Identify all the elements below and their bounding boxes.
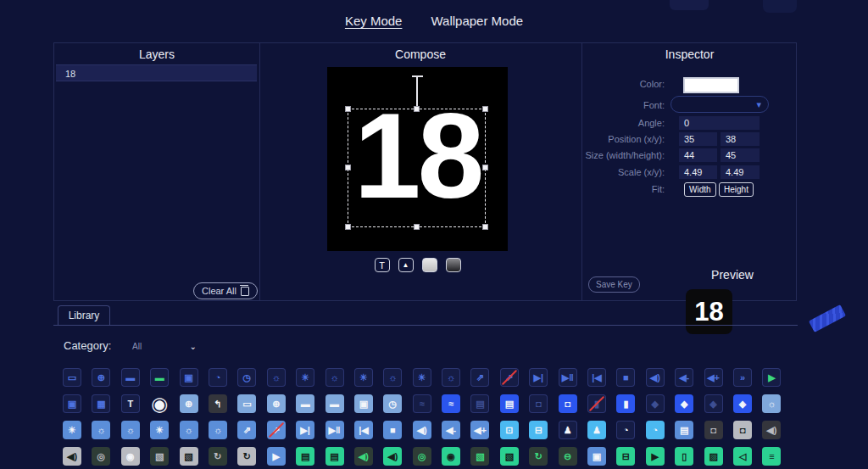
resize-handle-sw[interactable]	[345, 224, 351, 230]
record-icon[interactable]: ◉	[442, 447, 460, 466]
position-y-input[interactable]: 38	[721, 132, 760, 146]
gauge-icon[interactable]: ◔	[646, 421, 665, 439]
camera-icon[interactable]: ◘	[559, 394, 577, 413]
brightness-icon[interactable]: ☀	[63, 421, 81, 439]
stopwatch-icon[interactable]: ◷	[383, 394, 402, 413]
brightness-high-icon[interactable]: ☀	[296, 368, 314, 387]
brightness-icon[interactable]: ☼	[442, 368, 460, 387]
camera-box-icon[interactable]: ◘	[733, 421, 752, 439]
loop-icon[interactable]: ↻	[529, 447, 548, 466]
skip-back-icon[interactable]: |◀	[354, 421, 373, 439]
brightness-icon[interactable]: ☀	[150, 421, 169, 439]
battery-charging-icon[interactable]: ▬	[150, 368, 169, 387]
toolbox-icon[interactable]: ▤	[296, 447, 314, 466]
camera-icon[interactable]: ◘	[529, 394, 548, 413]
loop-icon[interactable]: ↻	[237, 447, 256, 466]
volume-down-icon[interactable]: ◀-	[442, 421, 460, 439]
font-select[interactable]: ▾	[670, 96, 769, 113]
add-text-button[interactable]: T	[375, 258, 390, 272]
layers-icon[interactable]: ▦	[92, 394, 110, 413]
play-logo-icon[interactable]: ◉	[150, 394, 169, 413]
save-key-button[interactable]: Save Key	[588, 276, 640, 293]
chat-message-icon[interactable]: ⊟	[529, 421, 548, 439]
scale-y-input[interactable]: 4.49	[721, 165, 760, 179]
text-icon[interactable]: T	[121, 394, 140, 413]
record-icon[interactable]: ◎	[413, 447, 431, 466]
stop-frame-icon[interactable]: ▣	[587, 447, 606, 466]
globe-icon[interactable]: ⊕	[92, 368, 110, 387]
cassette-icon[interactable]: ▤	[675, 421, 693, 439]
speaker-icon[interactable]: ◀)	[354, 447, 373, 466]
stopwatch-icon[interactable]: ◷	[237, 368, 256, 387]
resize-handle-w[interactable]	[345, 165, 351, 170]
picture-in-picture-icon[interactable]: ▣	[63, 394, 81, 413]
volume-down-icon[interactable]: ◀-	[675, 368, 693, 387]
brightness-icon[interactable]: ☀	[354, 368, 373, 387]
stop-icon[interactable]: ■	[616, 368, 635, 387]
chat-message-icon[interactable]: ⊟	[616, 447, 635, 466]
scale-x-input[interactable]: 4.49	[679, 165, 717, 179]
skip-forward-icon[interactable]: ▶|	[529, 368, 548, 387]
hex-cross-icon[interactable]: ◈	[733, 394, 752, 413]
hex-badge-icon[interactable]: ◆	[646, 394, 665, 413]
speaker-icon[interactable]: ◀)	[63, 447, 81, 466]
clapperboard-icon[interactable]: ▧	[500, 447, 519, 466]
globe-icon[interactable]: ⊕	[180, 394, 198, 413]
volume-up-icon[interactable]: ◀+	[470, 421, 489, 439]
person-icon[interactable]: ♟	[559, 421, 577, 439]
add-image-button[interactable]: ▲	[398, 258, 414, 272]
robot-icon[interactable]: ▣	[180, 368, 198, 387]
tab-key-mode[interactable]: Key Mode	[345, 14, 403, 30]
clear-all-button[interactable]: Clear All	[193, 282, 258, 299]
resize-handle-e[interactable]	[482, 165, 488, 170]
battery-icon[interactable]: ▬	[121, 368, 140, 387]
brightness-icon[interactable]: ☼	[180, 421, 198, 439]
globe-icon[interactable]: ⊕	[267, 394, 286, 413]
resize-handle-n[interactable]	[414, 106, 420, 112]
resize-handle-nw[interactable]	[345, 106, 351, 112]
rocket-icon[interactable]: ⇗	[470, 368, 489, 387]
gauge-icon[interactable]: ◔	[616, 421, 635, 439]
volume-icon[interactable]: ◀)	[646, 368, 665, 387]
volume-icon[interactable]: ◀)	[413, 421, 431, 439]
play-frame-icon[interactable]: ▶	[646, 447, 665, 466]
brightness-icon[interactable]: ☼	[762, 394, 781, 413]
selection-box[interactable]	[348, 109, 486, 227]
fast-forward-icon[interactable]: »	[733, 368, 752, 387]
toolbox-icon[interactable]: ▤	[326, 447, 344, 466]
skip-back-icon[interactable]: |◀	[587, 368, 606, 387]
speaker-icon[interactable]: ◀)	[762, 421, 781, 439]
compose-canvas[interactable]: 18	[327, 67, 508, 251]
rocket-icon[interactable]: ⇗	[237, 421, 256, 439]
rocket-disabled-icon[interactable]: ⇗	[500, 368, 519, 387]
bomb-timer-icon[interactable]: ◔	[209, 368, 227, 387]
swoosh-icon[interactable]: ≈	[442, 394, 460, 413]
tab-library[interactable]: Library	[58, 305, 110, 325]
clapperboard-icon[interactable]: ▧	[180, 447, 198, 466]
record-icon[interactable]: ◎	[92, 447, 110, 466]
resize-handle-se[interactable]	[482, 224, 488, 230]
document-icon[interactable]: ▯	[675, 447, 693, 466]
mic-icon[interactable]: ▮	[616, 394, 635, 413]
swoosh-icon[interactable]: ≈	[413, 394, 431, 413]
rotation-handle-stem[interactable]	[416, 77, 418, 109]
position-x-input[interactable]: 35	[679, 132, 717, 146]
clapperboard-icon[interactable]: ▧	[150, 447, 169, 466]
brightness-icon[interactable]: ☼	[383, 368, 402, 387]
brightness-icon[interactable]: ☼	[209, 421, 227, 439]
toolbox-icon[interactable]: ▤	[500, 394, 519, 413]
speaker-icon[interactable]: ◀)	[383, 447, 402, 466]
dark-key-style-button[interactable]	[446, 258, 461, 272]
rotation-handle-cap[interactable]	[412, 75, 423, 77]
image-icon[interactable]: ▨	[704, 447, 723, 466]
chat-icon[interactable]: ⊡	[500, 421, 519, 439]
brightness-icon[interactable]: ☼	[326, 368, 344, 387]
loop-icon[interactable]: ↻	[209, 447, 227, 466]
resize-handle-s[interactable]	[414, 224, 420, 230]
skip-forward-icon[interactable]: ▶|	[296, 421, 314, 439]
stop-icon[interactable]: ■	[383, 421, 402, 439]
color-swatch[interactable]	[683, 77, 739, 93]
mic-muted-icon[interactable]: ▮	[587, 394, 606, 413]
play-pause-icon[interactable]: ▶‖	[326, 421, 344, 439]
toolbox-icon[interactable]: ▤	[470, 394, 489, 413]
